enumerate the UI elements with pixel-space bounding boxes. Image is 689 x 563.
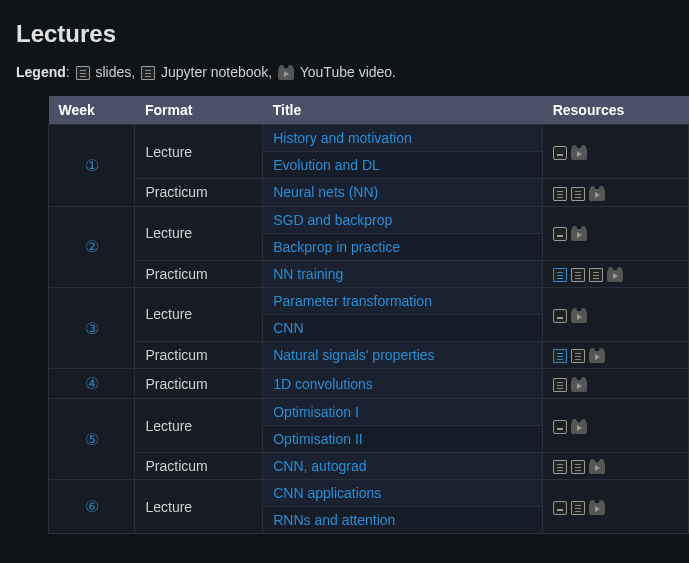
notebook-icon[interactable]	[76, 66, 90, 80]
col-resources: Resources	[543, 96, 689, 125]
week-cell: ④	[49, 369, 135, 399]
lecture-link[interactable]: Optimisation II	[273, 431, 362, 447]
notebook-icon[interactable]	[553, 187, 567, 201]
lecture-link[interactable]: CNN applications	[273, 485, 381, 501]
col-format: Format	[135, 96, 263, 125]
col-week: Week	[49, 96, 135, 125]
title-cell: Neural nets (NN)	[263, 179, 543, 206]
slides-icon[interactable]	[553, 146, 567, 160]
lecture-link[interactable]: CNN	[273, 320, 303, 336]
format-cell: Lecture	[135, 480, 263, 534]
title-cell: Optimisation II	[263, 426, 543, 453]
format-cell: Lecture	[135, 287, 263, 341]
table-row: PracticumCNN, autograd	[49, 453, 689, 480]
video-icon[interactable]	[589, 503, 605, 515]
lecture-link[interactable]: Evolution and DL	[273, 157, 380, 173]
title-cell: Backprop in practice	[263, 233, 543, 260]
title-cell: Evolution and DL	[263, 152, 543, 179]
format-cell: Practicum	[135, 369, 263, 399]
title-cell: NN training	[263, 260, 543, 287]
resources-cell	[543, 125, 689, 179]
resources-cell	[543, 341, 689, 368]
video-icon[interactable]	[571, 229, 587, 241]
video-icon[interactable]	[571, 422, 587, 434]
notebook-icon[interactable]	[571, 268, 585, 282]
title-cell: 1D convolutions	[263, 369, 543, 399]
week-cell: ①	[49, 125, 135, 206]
notebook-icon[interactable]	[571, 349, 585, 363]
slides-icon[interactable]	[553, 227, 567, 241]
video-icon[interactable]	[589, 462, 605, 474]
legend-label: Jupyter notebook,	[157, 64, 276, 80]
lecture-link[interactable]: SGD and backprop	[273, 212, 392, 228]
lecture-link[interactable]: NN training	[273, 266, 343, 282]
title-cell: Parameter transformation	[263, 287, 543, 314]
table-row: ③LectureParameter transformation	[49, 287, 689, 314]
table-row: PracticumNN training	[49, 260, 689, 287]
slides-icon[interactable]	[553, 309, 567, 323]
format-cell: Practicum	[135, 260, 263, 287]
lecture-link[interactable]: Backprop in practice	[273, 239, 400, 255]
lecture-link[interactable]: Parameter transformation	[273, 293, 432, 309]
video-icon[interactable]	[571, 311, 587, 323]
lecture-link[interactable]: Optimisation I	[273, 404, 359, 420]
notebook-icon[interactable]	[141, 66, 155, 80]
notebook-icon[interactable]	[571, 501, 585, 515]
week-cell: ②	[49, 206, 135, 287]
notebook-icon[interactable]	[553, 349, 567, 363]
legend-label: YouTube video.	[296, 64, 396, 80]
resources-cell	[543, 287, 689, 341]
notebook-icon[interactable]	[553, 460, 567, 474]
title-cell: CNN applications	[263, 480, 543, 507]
resources-cell	[543, 399, 689, 453]
lectures-table: Week Format Title Resources ①LectureHist…	[48, 96, 689, 534]
table-row: ②LectureSGD and backprop	[49, 206, 689, 233]
lecture-link[interactable]: RNNs and attention	[273, 512, 395, 528]
video-icon[interactable]	[571, 380, 587, 392]
title-cell: CNN	[263, 314, 543, 341]
notebook-icon[interactable]	[571, 460, 585, 474]
resources-cell	[543, 206, 689, 260]
resources-cell	[543, 179, 689, 206]
week-cell: ③	[49, 287, 135, 368]
col-title: Title	[263, 96, 543, 125]
title-cell: RNNs and attention	[263, 507, 543, 534]
format-cell: Practicum	[135, 341, 263, 368]
table-row: ①LectureHistory and motivation	[49, 125, 689, 152]
table-row: ⑤LectureOptimisation I	[49, 399, 689, 426]
table-row: ⑥LectureCNN applications	[49, 480, 689, 507]
video-icon[interactable]	[589, 351, 605, 363]
lecture-link[interactable]: 1D convolutions	[273, 376, 373, 392]
resources-cell	[543, 480, 689, 534]
resources-cell	[543, 260, 689, 287]
video-icon[interactable]	[571, 148, 587, 160]
title-cell: Optimisation I	[263, 399, 543, 426]
format-cell: Lecture	[135, 125, 263, 179]
notebook-icon[interactable]	[589, 268, 603, 282]
table-row: PracticumNatural signals' properties	[49, 341, 689, 368]
lecture-link[interactable]: Neural nets (NN)	[273, 184, 378, 200]
video-icon[interactable]	[589, 189, 605, 201]
notebook-icon[interactable]	[571, 187, 585, 201]
legend-text: Legend: slides, Jupyter notebook, YouTub…	[16, 64, 689, 80]
video-icon[interactable]	[278, 68, 294, 80]
format-cell: Practicum	[135, 179, 263, 206]
slides-icon[interactable]	[553, 501, 567, 515]
video-icon[interactable]	[607, 270, 623, 282]
format-cell: Lecture	[135, 399, 263, 453]
title-cell: CNN, autograd	[263, 453, 543, 480]
lecture-link[interactable]: Natural signals' properties	[273, 347, 434, 363]
lecture-link[interactable]: History and motivation	[273, 130, 412, 146]
resources-cell	[543, 369, 689, 399]
notebook-icon[interactable]	[553, 378, 567, 392]
title-cell: Natural signals' properties	[263, 341, 543, 368]
title-cell: History and motivation	[263, 125, 543, 152]
lecture-link[interactable]: CNN, autograd	[273, 458, 366, 474]
notebook-icon[interactable]	[553, 268, 567, 282]
slides-icon[interactable]	[553, 420, 567, 434]
week-cell: ⑤	[49, 399, 135, 480]
legend-label: slides,	[92, 64, 139, 80]
title-cell: SGD and backprop	[263, 206, 543, 233]
table-row: ④Practicum1D convolutions	[49, 369, 689, 399]
format-cell: Lecture	[135, 206, 263, 260]
